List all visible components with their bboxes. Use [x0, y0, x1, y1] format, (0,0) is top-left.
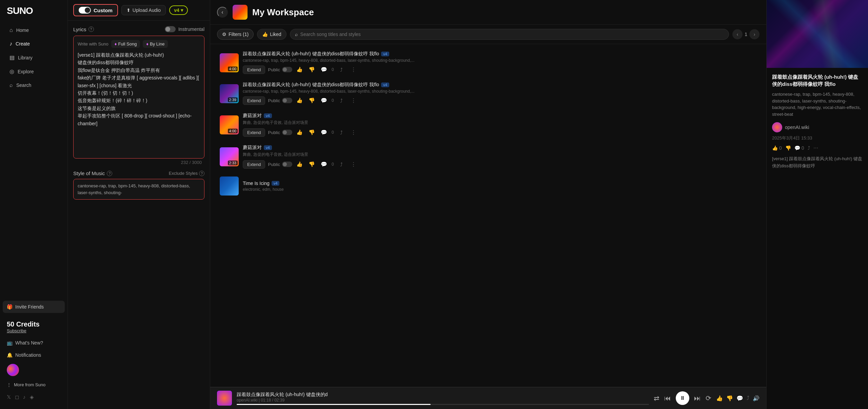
rp-comment-button[interactable]: 💬 0: [794, 145, 804, 151]
whats-new-button[interactable]: 📺 What's New?: [3, 337, 65, 349]
extend-button[interactable]: Extend: [243, 96, 265, 105]
more-button[interactable]: ⋮: [349, 128, 358, 137]
like-button[interactable]: 👍: [295, 160, 304, 169]
lyrics-label: Lyrics ?: [73, 26, 94, 32]
play-pause-button[interactable]: ⏸: [676, 391, 689, 405]
by-line-button[interactable]: ♦ By Line: [143, 40, 168, 48]
song-info: 踩着鼓点像踩着风火轮 (uh-huh!) 键盘侠的diss都弱得像蚊哼 我flo…: [243, 51, 757, 74]
player-meta: openAI.wiki | 01:18 / 02:39: [237, 398, 649, 403]
exclude-help-icon[interactable]: ?: [199, 171, 204, 176]
dislike-button[interactable]: 👎: [307, 128, 317, 137]
lyrics-textarea[interactable]: [verse1] 踩着鼓点像踩着风火轮 (uh-huh!) 键盘侠的diss都弱…: [78, 51, 200, 153]
more-from-suno-button[interactable]: ⋮ More from Suno: [3, 379, 65, 391]
sidebar-item-explore[interactable]: ◎ Explore: [3, 65, 65, 78]
rp-date: 2025年3月4日 15:33: [772, 135, 863, 141]
pub-knob: [283, 68, 287, 72]
tv-icon: 📺: [7, 340, 13, 346]
player-comment-button[interactable]: 💬: [736, 395, 743, 402]
player-volume-button[interactable]: 🔊: [753, 395, 760, 402]
full-song-button[interactable]: ♦ Full Song: [111, 40, 140, 48]
comment-button[interactable]: 💬: [319, 128, 329, 137]
version-selector[interactable]: v4 ▾: [169, 5, 188, 15]
instagram-icon[interactable]: ◻: [15, 394, 19, 400]
player-dislike-button[interactable]: 👎: [726, 395, 733, 402]
dislike-button[interactable]: 👎: [307, 160, 317, 169]
sidebar-item-create[interactable]: ♪ Create: [3, 37, 65, 50]
liked-button[interactable]: 👍 Liked: [257, 29, 286, 40]
comment-button[interactable]: 💬: [319, 65, 329, 74]
diamond-icon-2: ♦: [146, 41, 149, 47]
like-button[interactable]: 👍: [295, 65, 304, 74]
upload-audio-button[interactable]: ⬆ Upload Audio: [121, 5, 166, 15]
list-item[interactable]: 4:00 踩着鼓点像踩着风火轮 (uh-huh!) 键盘侠的diss都弱得像蚊哼…: [213, 48, 764, 78]
more-button[interactable]: ⋮: [349, 65, 358, 74]
sidebar-item-search[interactable]: ⌕ Search: [3, 79, 65, 92]
prev-page-button[interactable]: ‹: [732, 29, 743, 39]
rp-dislike-button[interactable]: 👎: [785, 145, 791, 151]
write-with-suno[interactable]: Write with Suno: [78, 41, 108, 47]
player-share-button[interactable]: ⤴: [747, 395, 749, 401]
more-button[interactable]: ⋮: [349, 96, 358, 105]
list-item[interactable]: 4:00 蘑菇派对 v4 舞曲, 急促的电子音效, 适合派对场景 Extend …: [213, 109, 764, 141]
next-button[interactable]: ⏭: [694, 394, 701, 402]
invite-friends-button[interactable]: 🎁 Invite Friends: [3, 301, 65, 313]
full-song-label: Full Song: [118, 41, 137, 47]
subscribe-link[interactable]: Subscribe: [7, 328, 61, 333]
rp-share-button[interactable]: ⤴: [808, 145, 810, 151]
rp-avatar: [772, 122, 782, 132]
comment-button[interactable]: 💬: [319, 160, 329, 169]
song-thumbnail: 4:00: [220, 53, 239, 72]
public-switch[interactable]: [282, 130, 292, 135]
exclude-styles-button[interactable]: Exclude Styles ?: [169, 171, 204, 176]
style-header: Style of Music ? Exclude Styles ?: [73, 170, 204, 176]
diamond-icon: ♦: [115, 41, 117, 47]
extend-button[interactable]: Extend: [243, 160, 265, 169]
share-button[interactable]: ⤴: [337, 128, 346, 137]
more-button[interactable]: ⋮: [349, 160, 358, 169]
list-item[interactable]: Time Is Icing v4 electronic, edm, house: [213, 173, 764, 199]
pub-knob: [283, 162, 287, 166]
next-page-button[interactable]: ›: [749, 29, 760, 39]
twitter-icon[interactable]: 𝕏: [7, 394, 11, 400]
comment-button[interactable]: 💬: [319, 96, 329, 105]
style-help-icon[interactable]: ?: [107, 171, 112, 176]
extend-button[interactable]: Extend: [243, 128, 265, 137]
filter-button[interactable]: ⚙ Filters (1): [217, 29, 254, 40]
style-input[interactable]: cantonese-rap, trap, bpm-145, heavy-808,…: [73, 179, 204, 200]
song-tags: 舞曲, 急促的电子音效, 适合派对场景: [243, 120, 757, 126]
list-item[interactable]: 2:33 蘑菇派对 v4 舞曲, 急促的电子音效, 适合派对场景 Extend …: [213, 141, 764, 172]
rp-like-button[interactable]: 👍 0: [772, 145, 782, 151]
public-switch[interactable]: [282, 162, 292, 167]
shuffle-button[interactable]: ⇄: [654, 394, 659, 402]
list-item[interactable]: 2:39 踩着鼓点像踩着风火轮 (uh-huh!) 键盘侠的diss都弱得像蚊哼…: [213, 78, 764, 109]
sidebar-item-library[interactable]: ▤ Library: [3, 51, 65, 64]
share-button[interactable]: ⤴: [337, 160, 346, 169]
dislike-button[interactable]: 👎: [307, 65, 317, 74]
instrumental-switch[interactable]: [165, 26, 176, 32]
share-button[interactable]: ⤴: [337, 65, 346, 74]
custom-toggle-button[interactable]: Custom: [73, 4, 118, 16]
tiktok-icon[interactable]: ♪: [23, 394, 26, 400]
upload-label: Upload Audio: [133, 7, 161, 13]
dislike-button[interactable]: 👎: [307, 96, 317, 105]
search-input[interactable]: [300, 32, 724, 37]
player-like-button[interactable]: 👍: [716, 395, 723, 402]
prev-button[interactable]: ⏮: [664, 394, 671, 402]
back-button[interactable]: ‹: [217, 7, 228, 18]
extend-button[interactable]: Extend: [243, 66, 265, 74]
home-icon: ⌂: [9, 27, 13, 33]
progress-bar[interactable]: [237, 404, 649, 405]
public-switch[interactable]: [282, 67, 292, 72]
loop-button[interactable]: ⟳: [706, 394, 711, 402]
song-title-row: Time Is Icing v4: [243, 181, 757, 186]
lyrics-help-icon[interactable]: ?: [88, 26, 94, 32]
like-button[interactable]: 👍: [295, 128, 304, 137]
share-button[interactable]: ⤴: [337, 96, 346, 105]
public-switch[interactable]: [282, 98, 292, 103]
sidebar-item-home[interactable]: ⌂ Home: [3, 24, 65, 37]
notifications-button[interactable]: 🔔 Notifications: [3, 349, 65, 361]
rp-more-button[interactable]: ⋯: [813, 145, 818, 151]
avatar[interactable]: [7, 364, 19, 376]
discord-icon[interactable]: ◈: [30, 394, 34, 400]
like-button[interactable]: 👍: [295, 96, 304, 105]
